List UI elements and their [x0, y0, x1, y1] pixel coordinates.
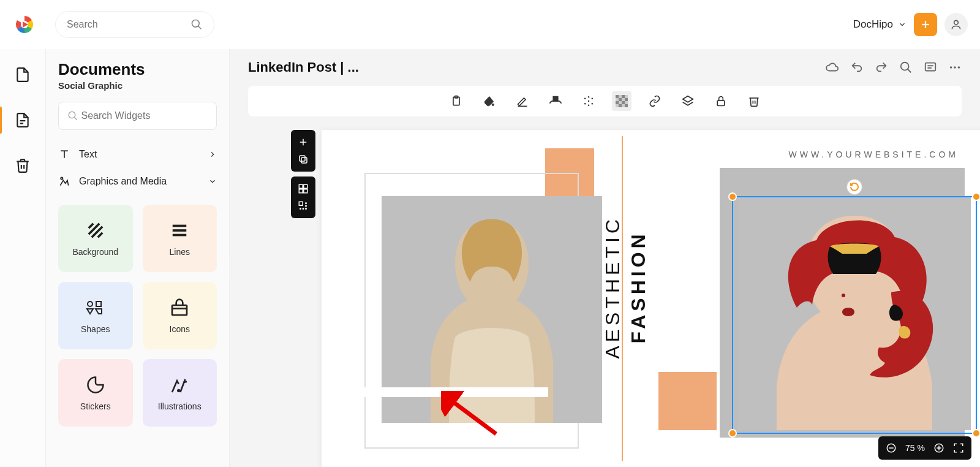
- svg-rect-52: [616, 101, 619, 104]
- workspace-dropdown[interactable]: DocHipo: [853, 18, 907, 31]
- svg-rect-53: [622, 101, 625, 104]
- selection-box[interactable]: [732, 196, 977, 434]
- svg-point-40: [587, 101, 589, 102]
- website-url[interactable]: WWW.YOURWEBSITE.COM: [788, 150, 959, 159]
- global-search[interactable]: [55, 11, 214, 38]
- tile-icons[interactable]: Icons: [143, 282, 217, 349]
- tile-shapes[interactable]: Shapes: [58, 282, 133, 349]
- widget-search[interactable]: [58, 102, 217, 130]
- svg-point-26: [178, 390, 180, 392]
- svg-rect-66: [299, 202, 303, 205]
- nav-rail: [0, 49, 46, 467]
- tile-label: Background: [72, 247, 118, 257]
- svg-rect-22: [96, 302, 101, 306]
- sidebar-title: Documents: [58, 60, 217, 79]
- app-logo[interactable]: [12, 12, 37, 37]
- resize-handle[interactable]: [972, 192, 980, 201]
- svg-rect-64: [299, 189, 303, 193]
- cloud-sync-icon[interactable]: [826, 61, 839, 74]
- svg-point-34: [958, 66, 960, 69]
- tile-label: Stickers: [80, 401, 111, 411]
- decor-strip: [352, 387, 548, 397]
- resize-handle[interactable]: [728, 429, 737, 438]
- context-toolbar: [248, 86, 962, 116]
- global-search-input[interactable]: [67, 19, 190, 30]
- svg-marker-23: [87, 309, 93, 314]
- document-title[interactable]: LinkedIn Post | ...: [248, 59, 359, 75]
- svg-rect-51: [625, 98, 628, 101]
- search-icon: [67, 110, 78, 121]
- sidebar-subtitle: Social Graphic: [58, 80, 217, 91]
- tile-stickers[interactable]: Stickers: [58, 359, 133, 427]
- decor-strip: [352, 200, 362, 409]
- clipboard-icon[interactable]: [447, 91, 466, 111]
- svg-line-28: [908, 69, 911, 73]
- category-graphics-media[interactable]: Graphics and Media: [58, 168, 217, 195]
- zoom-in-button[interactable]: [933, 442, 944, 454]
- svg-point-45: [587, 96, 589, 98]
- artboard[interactable]: AESTHETIC FASHION WWW.YOURWEBSITE.COM: [322, 130, 980, 467]
- redo-icon[interactable]: [875, 61, 888, 74]
- svg-point-32: [950, 66, 952, 69]
- fill-icon[interactable]: [480, 91, 499, 111]
- duplicate-page-icon[interactable]: [295, 151, 312, 168]
- resize-handle[interactable]: [972, 429, 980, 438]
- svg-line-3: [198, 26, 202, 29]
- layers-icon[interactable]: [678, 91, 698, 111]
- search-canvas-icon[interactable]: [899, 61, 913, 74]
- accent-square[interactable]: [658, 372, 717, 430]
- icons-icon: [169, 297, 190, 318]
- effects-icon[interactable]: [579, 91, 598, 111]
- tile-lines[interactable]: Lines: [143, 205, 217, 272]
- rail-widgets[interactable]: [9, 107, 36, 134]
- widget-search-input[interactable]: [81, 110, 208, 121]
- add-page-icon[interactable]: [295, 134, 312, 151]
- resize-handle[interactable]: [728, 192, 737, 201]
- chevron-right-icon: [208, 150, 217, 159]
- svg-line-14: [89, 224, 94, 229]
- ruler-icon[interactable]: [295, 197, 312, 215]
- svg-point-46: [587, 104, 589, 106]
- svg-rect-65: [304, 189, 307, 193]
- grid-icon[interactable]: [295, 180, 312, 197]
- svg-rect-61: [300, 156, 305, 161]
- fullscreen-button[interactable]: [953, 442, 964, 454]
- svg-point-27: [901, 63, 909, 70]
- svg-point-9: [69, 112, 75, 118]
- zoom-level[interactable]: 75 %: [905, 443, 925, 453]
- gradient-icon[interactable]: [546, 91, 565, 111]
- vertical-title[interactable]: AESTHETIC FASHION: [600, 216, 651, 359]
- link-icon[interactable]: [645, 91, 665, 111]
- new-document-button[interactable]: [914, 13, 937, 36]
- comments-icon[interactable]: [924, 61, 937, 74]
- stickers-icon: [85, 374, 106, 395]
- rotate-handle[interactable]: [846, 179, 862, 195]
- category-label: Text: [79, 149, 97, 160]
- lock-icon[interactable]: [711, 91, 731, 111]
- svg-rect-54: [619, 104, 622, 107]
- svg-point-44: [591, 103, 593, 105]
- svg-rect-60: [301, 158, 307, 163]
- border-icon[interactable]: [513, 91, 532, 111]
- tile-background[interactable]: Background: [58, 205, 133, 272]
- svg-line-10: [74, 117, 77, 120]
- transparency-icon[interactable]: [612, 91, 631, 111]
- svg-point-41: [584, 98, 586, 100]
- svg-point-68: [303, 208, 304, 210]
- rail-trash[interactable]: [9, 152, 36, 179]
- tile-illustrations[interactable]: Illustrations: [143, 359, 217, 427]
- account-button[interactable]: [944, 13, 968, 36]
- svg-rect-48: [616, 95, 619, 98]
- text-line: FASHION: [627, 231, 649, 344]
- category-text[interactable]: Text: [58, 141, 217, 168]
- svg-point-37: [492, 104, 494, 105]
- delete-icon[interactable]: [744, 91, 764, 111]
- text-line: AESTHETIC: [601, 216, 624, 359]
- rail-documents[interactable]: [9, 61, 36, 88]
- svg-point-70: [306, 205, 307, 207]
- svg-rect-63: [304, 184, 307, 188]
- more-icon[interactable]: [948, 61, 962, 74]
- undo-icon[interactable]: [850, 61, 864, 74]
- zoom-out-button[interactable]: [886, 442, 897, 454]
- illustrations-icon: [169, 374, 190, 395]
